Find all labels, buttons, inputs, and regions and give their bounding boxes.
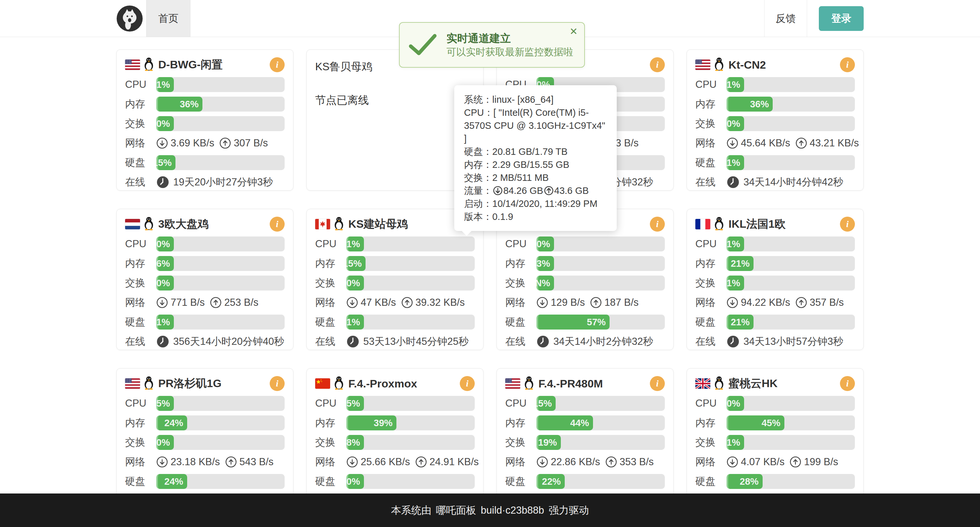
net-upload-value: 24.91 KB/s xyxy=(430,456,479,468)
arrow-down-circle-icon xyxy=(727,297,738,308)
disk-row: 硬盘 11% xyxy=(695,155,855,170)
swap-label: 交换 xyxy=(695,276,727,290)
footer-panel-link[interactable]: 哪吒面板 xyxy=(436,503,476,517)
login-button[interactable]: 登录 xyxy=(819,6,864,31)
swap-progress-fill: 0% xyxy=(156,116,174,131)
tab-home[interactable]: 首页 xyxy=(146,0,191,37)
cpu-label: CPU xyxy=(315,398,346,409)
net-upload-value: 357 B/s xyxy=(810,297,844,308)
arrow-up-circle-icon xyxy=(795,297,807,308)
disk-label: 硬盘 xyxy=(125,156,156,169)
network-row: 网络 45.64 KB/s 43.21 KB/s xyxy=(695,136,855,151)
mem-progress-track: 15% xyxy=(346,256,475,271)
nav-feedback-link[interactable]: 反馈 xyxy=(764,0,807,37)
online-row: 在线 53天13小时45分钟25秒 xyxy=(315,334,475,349)
network-speeds: 25.66 KB/s 24.91 KB/s xyxy=(346,456,479,468)
mem-progress-track: 36% xyxy=(727,97,855,112)
close-icon[interactable]: ✕ xyxy=(570,27,578,37)
tooltip-row: 交换：2 MB/511 MB xyxy=(464,171,607,184)
online-duration: 356天14小时20分钟40秒 xyxy=(156,335,284,348)
info-icon[interactable]: i xyxy=(840,376,855,391)
network-row: 网络 25.66 KB/s 24.91 KB/s xyxy=(315,454,475,470)
online-duration: 34天14小时4分钟42秒 xyxy=(727,175,843,189)
mem-progress-fill: 36% xyxy=(727,97,773,112)
swap-progress-fill: 19% xyxy=(536,435,561,450)
info-icon[interactable]: i xyxy=(650,217,665,232)
swap-row: 交换 NaN% xyxy=(505,276,665,291)
disk-progress-fill: 15% xyxy=(156,155,175,170)
cpu-row: CPU 1% xyxy=(315,236,475,251)
arrow-down-circle-icon xyxy=(346,456,358,468)
cpu-row: CPU 0% xyxy=(695,396,855,411)
server-card-header: Kt-CN2 i xyxy=(695,56,855,73)
disk-row: 硬盘 10% xyxy=(315,474,475,489)
tooltip-row-value: 2.29 GB/15.55 GB xyxy=(492,160,569,170)
cpu-label: CPU xyxy=(125,238,156,250)
server-name: PR洛杉矶1G xyxy=(158,376,222,391)
tooltip-row: 硬盘：20.81 GB/1.79 TB xyxy=(464,145,607,158)
info-icon[interactable]: i xyxy=(840,217,855,232)
traffic-up-value: 43.6 GB xyxy=(554,184,589,197)
online-label: 在线 xyxy=(695,335,727,348)
info-icon[interactable]: i xyxy=(840,57,855,72)
country-flag-icon xyxy=(125,219,140,229)
disk-progress-fill: 10% xyxy=(346,474,364,489)
info-icon[interactable]: i xyxy=(650,376,665,391)
net-upload-value: 253 B/s xyxy=(224,297,258,308)
server-card-header: D-BWG-闲置 i xyxy=(125,56,285,73)
disk-progress-fill: 1% xyxy=(346,315,364,329)
swap-progress-track: 1% xyxy=(727,276,855,291)
disk-progress-fill: 22% xyxy=(536,474,565,489)
online-row: 在线 356天14小时20分钟40秒 xyxy=(125,334,285,349)
info-icon[interactable]: i xyxy=(270,57,285,72)
swap-label: 交换 xyxy=(125,276,156,290)
arrow-up-circle-icon xyxy=(795,137,807,149)
server-card: 蜜桃云HK i CPU 0% 内存 45% 交换 1% 网络 4.07 KB/s xyxy=(687,368,864,509)
country-flag-icon xyxy=(315,219,330,229)
net-upload-value: 307 B/s xyxy=(234,137,268,149)
server-card-header: 蜜桃云HK i xyxy=(695,375,855,392)
network-label: 网络 xyxy=(125,455,156,469)
info-icon[interactable]: i xyxy=(460,376,475,391)
mem-progress-track: 6% xyxy=(156,256,285,271)
info-icon[interactable]: i xyxy=(650,57,665,72)
tooltip-row-label: 交换： xyxy=(464,172,492,183)
disk-label: 硬盘 xyxy=(505,315,536,329)
mem-progress-fill: 24% xyxy=(156,415,187,430)
tooltip-row-value: linux- [x86_64] xyxy=(492,94,554,105)
mem-label: 内存 xyxy=(125,416,156,430)
disk-row: 硬盘 1% xyxy=(315,315,475,329)
brand-logo[interactable] xyxy=(116,0,146,37)
disk-row: 硬盘 57% xyxy=(505,315,665,329)
clock-icon xyxy=(156,176,169,189)
network-label: 网络 xyxy=(125,296,156,309)
disk-label: 硬盘 xyxy=(315,474,346,488)
disk-row: 硬盘 1% xyxy=(125,315,285,329)
mem-progress-fill: 44% xyxy=(536,415,593,430)
country-flag-icon xyxy=(125,378,140,389)
disk-row: 硬盘 21% xyxy=(695,315,855,329)
cpu-progress-fill: 1% xyxy=(727,236,744,251)
swap-progress-track: 0% xyxy=(156,116,285,131)
network-row: 网络 22.86 KB/s 353 B/s xyxy=(505,454,665,470)
cpu-row: CPU 15% xyxy=(505,396,665,411)
toast-message: 可以实时获取最新监控数据啦 xyxy=(447,46,573,59)
disk-progress-track: 57% xyxy=(536,315,665,329)
disk-progress-fill: 11% xyxy=(727,155,744,170)
info-icon[interactable]: i xyxy=(270,217,285,232)
swap-progress-fill: 0% xyxy=(727,116,744,131)
network-speeds: 4.07 KB/s 199 B/s xyxy=(727,456,838,468)
arrow-up-circle-icon xyxy=(544,186,554,195)
net-download-value: 771 B/s xyxy=(170,297,205,308)
network-label: 网络 xyxy=(505,296,536,309)
offline-status-text: 节点已离线 xyxy=(315,93,475,108)
network-row: 网络 23.18 KB/s 543 B/s xyxy=(125,454,285,470)
network-label: 网络 xyxy=(315,455,346,469)
arrow-down-circle-icon xyxy=(156,137,168,149)
online-duration-value: 34天14小时2分钟32秒 xyxy=(554,335,653,348)
network-row: 网络 94.22 KB/s 357 B/s xyxy=(695,295,855,310)
linux-penguin-icon xyxy=(714,57,725,72)
network-speeds: 47 KB/s 39.32 KB/s xyxy=(346,297,465,308)
linux-penguin-icon xyxy=(143,217,154,232)
info-icon[interactable]: i xyxy=(270,376,285,391)
